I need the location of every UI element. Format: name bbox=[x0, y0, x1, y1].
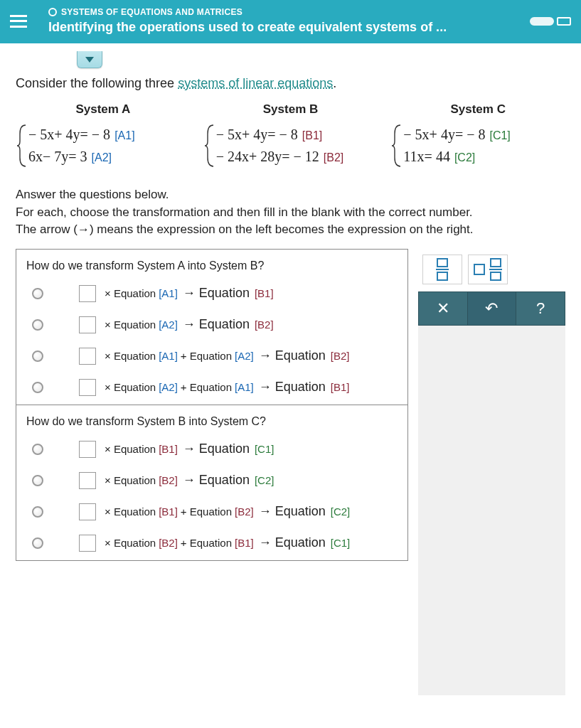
question-1: How do we transform System A into System… bbox=[16, 250, 407, 405]
label-b1: [B1] bbox=[302, 129, 322, 142]
brace-icon bbox=[390, 124, 403, 168]
option-text: × Equation [B2] → Equation [C2] bbox=[105, 473, 274, 488]
q2-option: × Equation [B2] → Equation [C2] bbox=[16, 466, 407, 498]
system-c: System C − 5x+ 4y= − 8 [C1] 11x= 44 [C2] bbox=[390, 102, 565, 168]
eq-b2: − 24x+ 28y= − 12 bbox=[216, 149, 319, 165]
eq-c1: − 5x+ 4y= − 8 bbox=[403, 127, 485, 143]
number-input[interactable] bbox=[79, 503, 96, 520]
option-text: × Equation [A2] + Equation [A1] → Equati… bbox=[105, 380, 349, 395]
radio-button[interactable] bbox=[32, 506, 43, 518]
brace-icon bbox=[16, 124, 28, 168]
q1-option: × Equation [A1] + Equation [A2] → Equati… bbox=[16, 342, 407, 373]
progress-indicator bbox=[530, 17, 571, 26]
menu-icon[interactable] bbox=[10, 15, 27, 28]
intro-prefix: Consider the following three bbox=[16, 76, 178, 90]
q1-option: × Equation [A2] + Equation [A1] → Equati… bbox=[16, 373, 407, 405]
undo-icon: ↶ bbox=[485, 299, 498, 318]
radio-button[interactable] bbox=[32, 350, 43, 362]
number-input[interactable] bbox=[79, 316, 96, 333]
number-input[interactable] bbox=[79, 535, 96, 552]
answer-instructions: Answer the questions below. For each, ch… bbox=[16, 186, 565, 239]
system-b-title: System B bbox=[203, 102, 378, 117]
tool-panel: ✕ ↶ ? bbox=[418, 249, 565, 695]
fraction-button[interactable] bbox=[422, 255, 462, 284]
progress-circle-icon bbox=[48, 8, 57, 16]
breadcrumb: SYSTEMS OF EQUATIONS AND MATRICES bbox=[48, 7, 530, 17]
option-text: × Equation [A2] → Equation [B2] bbox=[105, 317, 274, 332]
intro-suffix: . bbox=[333, 76, 336, 90]
system-c-title: System C bbox=[390, 102, 565, 117]
radio-button[interactable] bbox=[32, 537, 43, 549]
option-text: × Equation [A1] → Equation [B1] bbox=[105, 286, 274, 301]
system-a: System A − 5x+ 4y= − 8 [A1] 6x− 7y= 3 [A… bbox=[16, 102, 191, 168]
number-input[interactable] bbox=[79, 472, 96, 489]
dropdown-tab[interactable] bbox=[77, 51, 102, 68]
x-icon: ✕ bbox=[437, 299, 449, 318]
q2-option: × Equation [B1] → Equation [C1] bbox=[16, 435, 407, 466]
intro-text: Consider the following three systems of … bbox=[16, 76, 565, 91]
number-input[interactable] bbox=[79, 285, 96, 302]
eq-c2: 11x= 44 bbox=[403, 149, 450, 165]
radio-button[interactable] bbox=[32, 475, 43, 486]
system-b: System B − 5x+ 4y= − 8 [B1] − 24x+ 28y= … bbox=[203, 102, 378, 168]
number-input[interactable] bbox=[79, 379, 96, 396]
eq-b1: − 5x+ 4y= − 8 bbox=[216, 127, 298, 143]
help-icon: ? bbox=[536, 299, 545, 318]
number-input[interactable] bbox=[79, 348, 96, 365]
label-a2: [A2] bbox=[92, 151, 112, 164]
eq-a2: 6x− 7y= 3 bbox=[28, 149, 87, 165]
label-c1: [C1] bbox=[489, 129, 510, 142]
question-1-title: How do we transform System A into System… bbox=[16, 250, 407, 279]
question-2: How do we transform System B into System… bbox=[16, 405, 407, 560]
radio-button[interactable] bbox=[32, 444, 43, 455]
q1-option: × Equation [A1] → Equation [B1] bbox=[16, 279, 407, 311]
term-link[interactable]: systems of linear equations bbox=[178, 76, 333, 90]
radio-button[interactable] bbox=[32, 288, 43, 299]
label-a1: [A1] bbox=[114, 129, 134, 142]
math-input-extras bbox=[418, 249, 565, 291]
systems-row: System A − 5x+ 4y= − 8 [A1] 6x− 7y= 3 [A… bbox=[16, 102, 565, 168]
system-a-title: System A bbox=[16, 102, 191, 117]
clear-button[interactable]: ✕ bbox=[418, 291, 468, 326]
radio-button[interactable] bbox=[32, 319, 43, 331]
option-text: × Equation [A1] + Equation [A2] → Equati… bbox=[105, 348, 349, 363]
option-text: × Equation [B2] + Equation [B1] → Equati… bbox=[105, 535, 350, 550]
page-title: Identifying the operations used to creat… bbox=[48, 20, 530, 35]
question-box: How do we transform System A into System… bbox=[16, 249, 408, 561]
label-c2: [C2] bbox=[454, 151, 475, 164]
eq-a1: − 5x+ 4y= − 8 bbox=[28, 127, 110, 143]
question-2-title: How do we transform System B into System… bbox=[16, 405, 407, 435]
option-text: × Equation [B1] + Equation [B2] → Equati… bbox=[105, 504, 350, 519]
app-header: SYSTEMS OF EQUATIONS AND MATRICES Identi… bbox=[0, 0, 581, 43]
radio-button[interactable] bbox=[32, 382, 43, 393]
mixed-number-button[interactable] bbox=[468, 255, 508, 284]
help-button[interactable]: ? bbox=[516, 291, 565, 326]
number-input[interactable] bbox=[79, 441, 96, 458]
q2-option: × Equation [B2] + Equation [B1] → Equati… bbox=[16, 529, 407, 560]
brace-icon bbox=[203, 124, 216, 168]
option-text: × Equation [B1] → Equation [C1] bbox=[105, 441, 274, 456]
label-b2: [B2] bbox=[324, 151, 343, 164]
chevron-down-icon bbox=[85, 56, 95, 63]
svg-marker-0 bbox=[85, 57, 94, 63]
q2-option: × Equation [B1] + Equation [B2] → Equati… bbox=[16, 498, 407, 529]
undo-button[interactable]: ↶ bbox=[468, 291, 517, 326]
breadcrumb-text: SYSTEMS OF EQUATIONS AND MATRICES bbox=[61, 7, 242, 17]
q1-option: × Equation [A2] → Equation [B2] bbox=[16, 311, 407, 342]
